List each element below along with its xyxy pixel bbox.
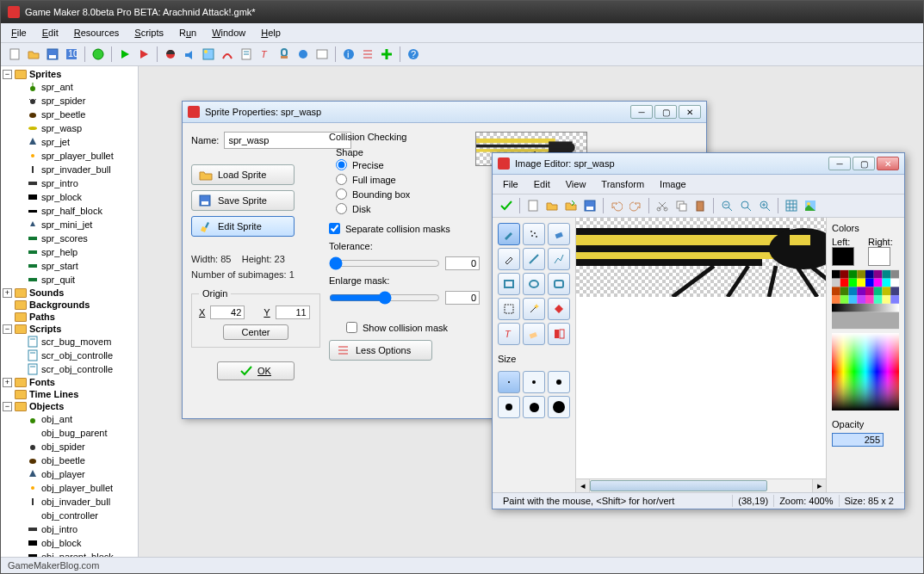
- origin-y-input[interactable]: [276, 306, 310, 319]
- load-sprite-button[interactable]: Load Sprite: [191, 164, 295, 185]
- tree-item-spr_block[interactable]: spr_block: [3, 190, 136, 204]
- tree-item-spr_ant[interactable]: spr_ant: [3, 80, 136, 94]
- menu-help[interactable]: Help: [254, 25, 288, 40]
- tree-item-obj_parent_block[interactable]: obj_parent_block: [3, 550, 136, 557]
- ie-tb-zoom[interactable]: [737, 197, 754, 214]
- ie-tb-ok[interactable]: [498, 197, 515, 214]
- ie-tb-grid[interactable]: [783, 197, 800, 214]
- tree-item-obj_block[interactable]: obj_block: [3, 536, 136, 550]
- ie-menu-edit[interactable]: Edit: [527, 176, 557, 192]
- tb-info[interactable]: i: [340, 46, 357, 63]
- tree-item-obj_invader_bull[interactable]: obj_invader_bull: [3, 495, 136, 509]
- tb-script[interactable]: [238, 46, 255, 63]
- tree-item-spr_player_bullet[interactable]: spr_player_bullet: [3, 149, 136, 163]
- tool-text[interactable]: T: [498, 323, 520, 345]
- tool-line[interactable]: [523, 248, 545, 270]
- brush-size-6[interactable]: [548, 396, 570, 418]
- tree-item-spr_scores[interactable]: spr_scores: [3, 231, 136, 245]
- tool-eraser[interactable]: [548, 223, 570, 245]
- ie-tb-open2[interactable]: [562, 197, 580, 214]
- menu-window[interactable]: Window: [205, 25, 252, 40]
- brush-size-2[interactable]: [523, 371, 545, 393]
- tb-path[interactable]: [219, 46, 236, 63]
- tree-sounds[interactable]: +Sounds: [3, 287, 136, 299]
- enlarge-input[interactable]: [445, 291, 480, 305]
- tool-airbrush[interactable]: [523, 223, 545, 245]
- menu-run[interactable]: Run: [172, 25, 203, 40]
- tree-item-spr_half_block[interactable]: spr_half_block: [3, 204, 136, 218]
- ie-tb-save[interactable]: [581, 197, 598, 214]
- separate-mask-check[interactable]: [329, 223, 340, 234]
- tool-wand[interactable]: [523, 298, 545, 320]
- tree-item-spr_help[interactable]: spr_help: [3, 245, 136, 259]
- tb-new[interactable]: [6, 46, 23, 63]
- tree-timelines[interactable]: Time Lines: [3, 388, 136, 400]
- ie-tb-new[interactable]: [524, 197, 542, 214]
- menu-file[interactable]: File: [4, 25, 34, 40]
- ie-tb-zoomin[interactable]: [756, 197, 773, 214]
- show-mask-check[interactable]: [346, 322, 357, 333]
- tool-fill[interactable]: [548, 298, 570, 320]
- tool-polyline[interactable]: [548, 248, 570, 270]
- sprite-dlg-titlebar[interactable]: Sprite Properties: spr_wasp ─ ▢ ✕: [183, 102, 706, 123]
- tree-paths[interactable]: Paths: [3, 311, 136, 323]
- center-button[interactable]: Center: [223, 324, 288, 340]
- ie-tb-open[interactable]: [543, 197, 561, 214]
- tb-open[interactable]: [25, 46, 42, 63]
- tool-flip[interactable]: [548, 323, 570, 345]
- tree-sprites[interactable]: −Sprites: [3, 68, 136, 80]
- tree-item-obj_bug_parent[interactable]: obj_bug_parent: [3, 426, 136, 440]
- tree-item-spr_jet[interactable]: spr_jet: [3, 135, 136, 149]
- tree-item-spr_beetle[interactable]: spr_beetle: [3, 108, 136, 121]
- tree-item-spr_start[interactable]: spr_start: [3, 259, 136, 273]
- image-editor-dialog[interactable]: Image Editor: spr_wasp ─ ▢ ✕ File Edit V…: [492, 152, 905, 509]
- tolerance-slider[interactable]: [329, 256, 440, 270]
- palette[interactable]: [832, 269, 899, 330]
- ie-tb-redo[interactable]: [627, 197, 644, 214]
- tree-item-spr_spider[interactable]: spr_spider: [3, 94, 136, 108]
- tb-object[interactable]: [295, 46, 312, 63]
- tb-publish[interactable]: [90, 46, 107, 63]
- tool-roundrect[interactable]: [548, 273, 570, 295]
- tb-run[interactable]: [116, 46, 133, 63]
- left-color-swatch[interactable]: [832, 247, 854, 266]
- opacity-input[interactable]: [832, 433, 884, 447]
- tree-backgrounds[interactable]: Backgrounds: [3, 299, 136, 311]
- edit-sprite-button[interactable]: Edit Sprite: [191, 216, 295, 237]
- resource-tree[interactable]: −Sprites spr_antspr_spiderspr_beetlespr_…: [1, 66, 139, 557]
- tb-settings[interactable]: [359, 46, 376, 63]
- tree-item-spr_mini_jet[interactable]: spr_mini_jet: [3, 218, 136, 231]
- tb-sprite[interactable]: [162, 46, 179, 63]
- ie-menu-file[interactable]: File: [496, 176, 525, 192]
- menu-edit[interactable]: Edit: [35, 25, 65, 40]
- ie-tb-copy[interactable]: [673, 197, 690, 214]
- save-sprite-button[interactable]: Save Sprite: [191, 190, 295, 211]
- tool-pencil[interactable]: [498, 223, 520, 245]
- ie-tb-undo[interactable]: [608, 197, 625, 214]
- right-color-swatch[interactable]: [868, 247, 890, 266]
- tree-item-scr_obj_controlle[interactable]: scr_obj_controlle: [3, 349, 136, 362]
- tree-item-scr_bug_movem[interactable]: scr_bug_movem: [3, 335, 136, 349]
- ok-button[interactable]: OK: [217, 361, 295, 380]
- ie-tb-zoomout[interactable]: [718, 197, 735, 214]
- ie-tb-paste[interactable]: [691, 197, 709, 214]
- sprite-dlg-max[interactable]: ▢: [654, 105, 677, 119]
- tree-item-obj_beetle[interactable]: obj_beetle: [3, 454, 136, 467]
- tree-item-scr_obj_controlle[interactable]: scr_obj_controlle: [3, 362, 136, 376]
- brush-size-3[interactable]: [548, 371, 570, 393]
- tree-fonts[interactable]: +Fonts: [3, 376, 136, 388]
- tree-item-obj_controller[interactable]: obj_controller: [3, 509, 136, 522]
- ie-canvas-area[interactable]: ◂ ▸: [575, 218, 827, 492]
- tb-debug[interactable]: [135, 46, 152, 63]
- brush-size-4[interactable]: [498, 396, 520, 418]
- enlarge-slider[interactable]: [329, 291, 440, 305]
- tb-sound[interactable]: [181, 46, 198, 63]
- ie-menu-transform[interactable]: Transform: [594, 176, 651, 192]
- tree-item-obj_player_bullet[interactable]: obj_player_bullet: [3, 481, 136, 495]
- ie-max[interactable]: ▢: [853, 157, 875, 170]
- tb-timeline[interactable]: [276, 46, 293, 63]
- ie-titlebar[interactable]: Image Editor: spr_wasp ─ ▢ ✕: [493, 153, 904, 175]
- color-gradient[interactable]: [832, 333, 899, 410]
- tree-objects[interactable]: −Objects: [3, 400, 136, 412]
- tree-item-spr_intro[interactable]: spr_intro: [3, 176, 136, 190]
